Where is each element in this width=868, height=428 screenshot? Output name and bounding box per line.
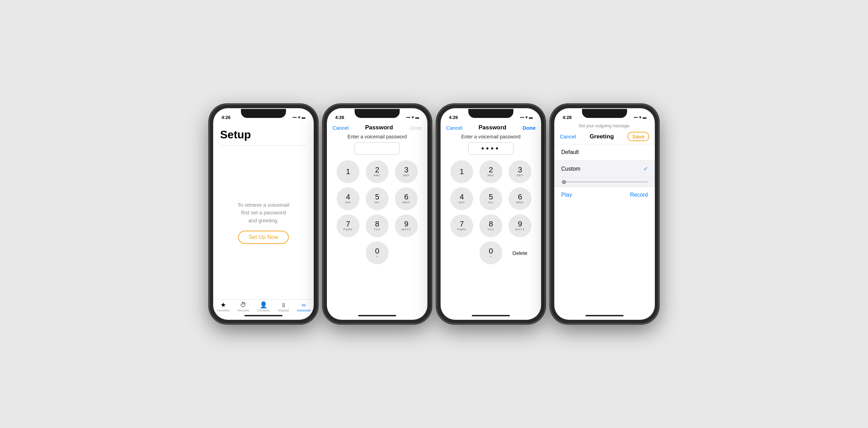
dial-9-btn[interactable]: 9WXYZ	[395, 214, 418, 237]
dial-6-btn[interactable]: 6MNO	[395, 187, 418, 210]
phone-1: 4:26 ▪▪▪ ▾ ▬ Setup To retrieve a voicema…	[210, 105, 317, 323]
battery-icon-3: ▬	[529, 115, 533, 119]
phone-4: 4:28 ▪▪▪ ▾ ▬ Set your outgoing message. …	[551, 105, 658, 323]
wifi-icon: ▾	[298, 115, 300, 120]
tab-voicemail[interactable]: ∞ Voicemail	[294, 302, 314, 312]
voicemail-label: Voicemail	[297, 309, 311, 312]
contacts-label: Contacts	[257, 309, 270, 312]
checkmark-icon: ✓	[643, 165, 648, 172]
greeting-subtitle: Set your outgoing message.	[554, 123, 655, 130]
greeting-option-custom[interactable]: Custom ✓	[554, 161, 655, 177]
tab-keypad[interactable]: ⠿ Keypad	[274, 303, 294, 312]
record-button[interactable]: Record	[630, 192, 648, 198]
nav-bar-4: Cancel Greeting Save	[554, 130, 655, 144]
dial-4-btn[interactable]: 4GHI	[337, 187, 359, 210]
dial3-1-btn[interactable]: 1	[450, 160, 473, 183]
keypad-label: Keypad	[278, 309, 289, 312]
screen1-content: Setup To retrieve a voicemailfirst set a…	[213, 123, 314, 299]
favorites-label: Favorites	[217, 309, 229, 312]
wifi-icon-2: ▾	[412, 115, 414, 120]
battery-icon: ▬	[302, 115, 305, 119]
signal-icon-4: ▪▪▪	[634, 115, 638, 119]
dial3-0-btn[interactable]: 0+	[479, 241, 502, 264]
status-icons-3: ▪▪▪ ▾ ▬	[520, 115, 533, 120]
dial3-5-btn[interactable]: 5JKL	[479, 187, 502, 210]
cancel-button-4[interactable]: Cancel	[560, 134, 576, 139]
dial3-7-btn[interactable]: 7PQRS	[450, 214, 473, 237]
nav-bar-3: Cancel Password Done	[441, 123, 541, 134]
done-button-2[interactable]: Done	[409, 125, 422, 131]
custom-label: Custom	[561, 166, 580, 172]
pw-label-2: Enter a voicemail password	[347, 134, 407, 139]
dial-3-btn[interactable]: 3DEF	[395, 160, 418, 183]
recents-icon: ⏱	[240, 302, 246, 308]
password-screen-2: Enter a voicemail password 1 2ABC 3DEF 4…	[327, 134, 427, 313]
home-bar-3	[472, 315, 510, 316]
nav-title-4: Greeting	[590, 133, 614, 140]
dial3-4-btn[interactable]: 4GHI	[450, 187, 473, 210]
status-icons-1: ▪▪▪ ▾ ▬	[293, 115, 305, 120]
tab-favorites[interactable]: ★ Favorites	[213, 302, 233, 312]
dialpad-3: 1 2ABC 3DEF 4GHI 5JKL 6MNO 7PQRS 8TUV 9W…	[449, 160, 532, 264]
audio-thumb[interactable]	[562, 180, 566, 184]
phone-2: 4:26 ▪▪▪ ▾ ▬ Cancel Password Done Enter …	[323, 105, 431, 323]
greeting-options: Default Custom ✓ Play Record	[554, 144, 655, 313]
dialpad-2: 1 2ABC 3DEF 4GHI 5JKL 6MNO 7PQRS 8TUV 9W…	[336, 160, 419, 264]
dial3-3-btn[interactable]: 3DEF	[509, 160, 531, 183]
status-time-2: 4:26	[335, 115, 344, 120]
voicemail-icon: ∞	[302, 302, 305, 308]
dial3-8-btn[interactable]: 8TUV	[479, 214, 502, 237]
keypad-icon: ⠿	[282, 303, 285, 308]
dial-1-btn[interactable]: 1	[337, 160, 359, 183]
status-time-1: 4:26	[222, 115, 231, 120]
audio-track[interactable]	[561, 181, 648, 182]
setup-now-button[interactable]: Set Up Now	[238, 231, 288, 244]
phone-notch-2	[355, 109, 400, 118]
dial3-2-btn[interactable]: 2ABC	[479, 160, 502, 183]
tab-recents[interactable]: ⏱ Recents	[233, 302, 253, 312]
nav-bar-2: Cancel Password Done	[327, 123, 427, 134]
setup-body: To retrieve a voicemailfirst set a passw…	[213, 146, 314, 299]
tab-bar-1: ★ Favorites ⏱ Recents 👤 Contacts ⠿ Keypa…	[213, 299, 314, 313]
save-button[interactable]: Save	[627, 132, 649, 141]
setup-description: To retrieve a voicemailfirst set a passw…	[237, 201, 289, 225]
cancel-button-3[interactable]: Cancel	[446, 125, 462, 131]
dial-8-btn[interactable]: 8TUV	[366, 214, 389, 237]
signal-icon-2: ▪▪▪	[406, 115, 410, 119]
phone-screen-4: 4:28 ▪▪▪ ▾ ▬ Set your outgoing message. …	[554, 108, 655, 320]
pw-dots: ••••	[481, 144, 501, 153]
home-bar-2	[358, 315, 396, 316]
greeting-screen: Default Custom ✓ Play Record	[554, 144, 655, 313]
play-button[interactable]: Play	[561, 192, 572, 198]
greeting-option-default[interactable]: Default	[554, 144, 655, 161]
wifi-icon-4: ▾	[639, 115, 641, 120]
pw-input-box-2[interactable]	[355, 142, 400, 155]
battery-icon-2: ▬	[415, 115, 419, 119]
phone-notch-3	[468, 109, 513, 118]
status-time-3: 4:26	[449, 115, 458, 120]
home-bar-4	[585, 315, 624, 316]
dial-5-btn[interactable]: 5JKL	[366, 187, 389, 210]
phone-notch-1	[241, 109, 286, 118]
status-icons-2: ▪▪▪ ▾ ▬	[406, 115, 419, 120]
pw-input-box-3[interactable]: ••••	[468, 142, 513, 155]
phone-screen-1: 4:26 ▪▪▪ ▾ ▬ Setup To retrieve a voicema…	[213, 108, 314, 320]
signal-icon-3: ▪▪▪	[520, 115, 524, 119]
dial3-9-btn[interactable]: 9WXYZ	[509, 214, 531, 237]
tab-contacts[interactable]: 👤 Contacts	[253, 302, 274, 312]
password-screen-3: Enter a voicemail password •••• 1 2ABC 3…	[441, 134, 541, 313]
dial-2-btn[interactable]: 2ABC	[366, 160, 389, 183]
nav-title-2: Password	[365, 124, 393, 131]
done-button-3[interactable]: Done	[522, 125, 536, 131]
dial3-6-btn[interactable]: 6MNO	[509, 187, 531, 210]
home-bar-1	[244, 315, 283, 316]
wifi-icon-3: ▾	[526, 115, 528, 120]
battery-icon-4: ▬	[643, 115, 646, 119]
dial-spacer-right	[394, 241, 417, 264]
dial-spacer-left	[336, 241, 358, 264]
dial-0-btn[interactable]: 0+	[366, 241, 389, 264]
cancel-button-2[interactable]: Cancel	[332, 125, 349, 131]
favorites-icon: ★	[220, 302, 226, 308]
delete-button[interactable]: Delete	[509, 241, 531, 264]
dial-7-btn[interactable]: 7PQRS	[337, 214, 359, 237]
